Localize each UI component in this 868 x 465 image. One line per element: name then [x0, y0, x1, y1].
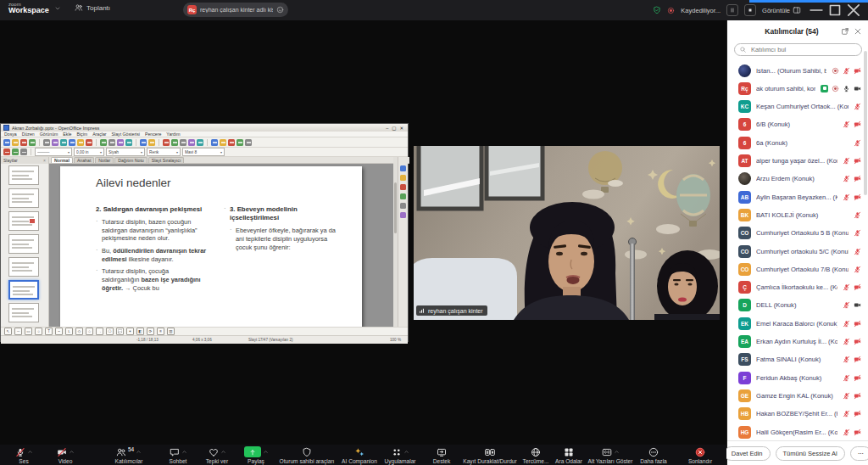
participant-row[interactable]: ATalper tunga yaşar özel... (Konuk): [727, 152, 868, 171]
participant-row[interactable]: Rçak oturum sahibi, konuk): [727, 79, 868, 98]
participant-name: Fatma SINALI (Konuk): [756, 356, 837, 363]
participant-status-icons: [821, 85, 861, 92]
impress-draw-stars: ✶: [126, 328, 134, 335]
participant-row[interactable]: FFeridun Akbaş (Konuk): [727, 368, 868, 387]
impress-draw-block-arrows: →: [96, 328, 103, 335]
participants-scrollbar[interactable]: [864, 51, 867, 195]
impress-icon-clone-formatting: [125, 139, 132, 146]
slide-left-bullet-2: Bu, ödüllendirilen davranışın tekrar edi…: [96, 247, 208, 263]
cam-muted-icon: [854, 120, 861, 128]
participant-row[interactable]: KCKeşan Cumhuriyet Ortaok... (Konuk): [727, 98, 868, 116]
impress-icon-arrow-select: [3, 148, 10, 155]
participants-chevron-icon[interactable]: [136, 449, 142, 455]
impress-icon-auto-spellcheck: [86, 139, 92, 146]
impress-drawing-toolbar: ↖─▭○T~ᒪ◇☆→⎔💬✶◧⟳≡▥: [1, 327, 408, 335]
view-button[interactable]: Görüntüle: [762, 6, 801, 14]
close-button[interactable]: [844, 0, 863, 20]
participant-name: Çamlıca İlkortaokulu ke... (Konuk): [756, 283, 837, 291]
support-icon: [437, 447, 447, 457]
recording-pause-button[interactable]: [726, 4, 738, 16]
participant-name: Feridun Akbaş (Konuk): [756, 374, 837, 382]
participant-row[interactable]: HBHakan BOZBEY/Şehit Er... (Konuk): [727, 405, 868, 423]
recording-indicator-icon: [667, 7, 675, 14]
participant-row[interactable]: 66/B (Konuk): [727, 115, 868, 134]
slide-thumbnail-2: [8, 188, 39, 208]
impress-icon-edit-file: [43, 139, 50, 146]
participants-count-badge: 54: [128, 446, 134, 452]
video-icon: [57, 447, 67, 457]
cam-muted-icon: [854, 374, 861, 382]
minimize-button[interactable]: [807, 0, 826, 20]
meeting-toolbar: SesVideo54KatılımcılarSohbetTepki verPay…: [0, 445, 726, 465]
impress-icon-navigator: [211, 139, 218, 146]
workspace-chevron-icon[interactable]: [54, 5, 61, 12]
participant-row[interactable]: HGHalil Gökçen(Rasim Er... (Konuk): [727, 423, 868, 441]
status-zoom-level: 100 %: [390, 338, 401, 342]
participant-row[interactable]: FSFatma SINALI (Konuk): [727, 350, 868, 369]
participant-status-icons: [843, 301, 861, 309]
participant-row[interactable]: Arzu Erdem (Konuk): [727, 170, 868, 188]
impress-draw-connector: ᒪ: [65, 328, 73, 335]
impress-view-tab-anahat: Anahat: [74, 157, 94, 163]
impress-icon-new: [3, 139, 10, 146]
tab-meeting[interactable]: Toplantı: [75, 3, 110, 12]
participant-avatar: GE: [738, 389, 751, 402]
participant-name: BATI KOLEJİ (Konuk): [756, 211, 849, 219]
participant-name: Cumhuriyet Ortaokulu 5 B (Konuk): [756, 229, 849, 237]
participant-row[interactable]: BKBATI KOLEJİ (Konuk): [727, 205, 868, 224]
mic-muted-icon: [843, 193, 850, 201]
panel-close-icon[interactable]: [854, 27, 862, 36]
mic-muted-icon: [843, 283, 850, 291]
participant-avatar: 6: [738, 118, 751, 131]
maximize-button[interactable]: [826, 0, 844, 20]
toolbar-video-button[interactable]: Video: [30, 446, 101, 464]
participant-status-icons: [843, 374, 861, 382]
slides-panel-close-icon: ×: [43, 158, 46, 163]
participant-row[interactable]: 66a (Konuk): [727, 133, 868, 152]
captions-icon: [602, 447, 612, 457]
participant-status-icons: [843, 157, 861, 165]
search-input[interactable]: [749, 45, 854, 54]
participant-avatar: Ç: [738, 281, 751, 294]
slide-title: Ailevi nedenler: [96, 176, 171, 189]
participant-row[interactable]: EAErkan Aydın Kurtuluş İl... (Konuk): [727, 333, 868, 351]
security-shield-icon[interactable]: [653, 6, 661, 14]
participant-row[interactable]: COCumhuriyet Ortaokulu 5 B (Konuk): [727, 224, 868, 243]
impress-draw-rotate: ⟳: [147, 328, 154, 335]
footer-more-button[interactable]: ⋯: [850, 446, 868, 461]
toolbar-end-button[interactable]: Sonlandır: [665, 446, 736, 464]
participant-search[interactable]: [734, 43, 862, 56]
impress-icon-redo: [148, 139, 155, 146]
participant-row[interactable]: EKEmel Karaca Balorcı (Konuk): [727, 314, 868, 333]
impress-menu-biçim: Biçim: [76, 132, 87, 137]
impress-icon-export-pdf: [52, 139, 58, 146]
participant-row[interactable]: ABAylin Başaran Beyazken... (Konuk): [727, 188, 868, 206]
participant-row[interactable]: ÇÇamlıca İlkortaokulu ke... (Konuk): [727, 278, 868, 297]
participant-row[interactable]: COCumhuriyet Ortaokulu 7/B (Konuk): [727, 260, 868, 278]
participant-row[interactable]: COCumhuriyet ortaokulu 5/C (Konuk): [727, 242, 868, 261]
participant-row[interactable]: Istan... (Oturum Sahibi, ben): [727, 61, 868, 80]
participants-list: Istan... (Oturum Sahibi, ben)Rçak oturum…: [727, 61, 868, 441]
mic-muted-icon: [854, 103, 861, 110]
recording-status-label: Kaydediliyor...: [681, 7, 721, 14]
impress-icon-undo: [140, 139, 147, 146]
recording-stop-button[interactable]: [744, 4, 756, 16]
impress-icon-page-preview: [69, 139, 75, 146]
search-icon: [739, 46, 747, 53]
participant-avatar: KC: [738, 100, 751, 113]
participant-avatar: CO: [738, 263, 751, 276]
panel-popout-icon[interactable]: [841, 27, 849, 36]
reaction-smiley-icon[interactable]: [276, 6, 284, 14]
impress-icon-line: [20, 148, 27, 155]
maximize-icon: [826, 0, 844, 20]
cam-muted-icon: [854, 67, 861, 75]
share-chevron-icon[interactable]: [263, 449, 269, 455]
video-chevron-icon[interactable]: [69, 449, 75, 455]
cam-muted-icon: [854, 429, 861, 436]
participant-row[interactable]: DDELL (Konuk): [727, 296, 868, 315]
impress-menu-görünüm: Görünüm: [40, 132, 58, 137]
viewing-banner[interactable]: Rç reyhan çalışan kinter adlı kişinin …: [183, 3, 288, 17]
participant-row[interactable]: GEGamze Engin KAL (Konuk): [727, 386, 868, 405]
participant-name: Gamze Engin KAL (Konuk): [756, 392, 837, 400]
mute-all-button[interactable]: Tümünü Sessize Al: [776, 446, 845, 461]
